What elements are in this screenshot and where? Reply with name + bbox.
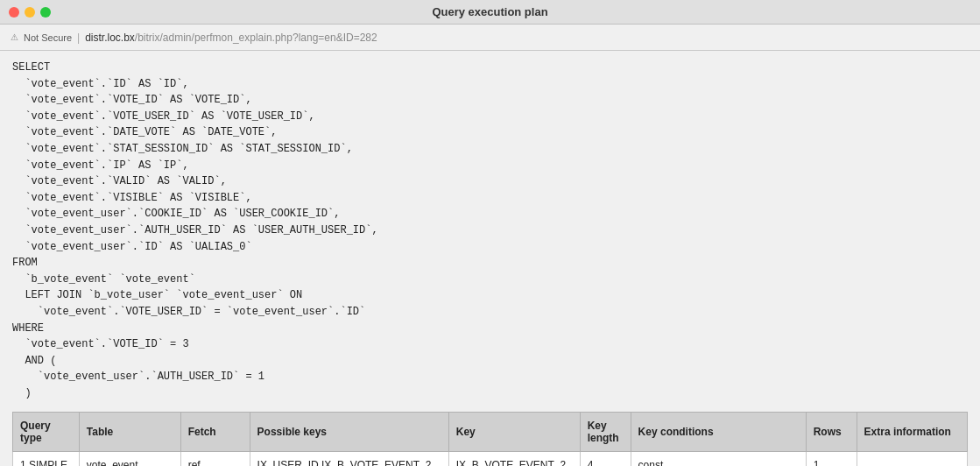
cell-extraInfo: [857, 452, 967, 466]
header-possible-keys: Possible keys: [250, 413, 448, 452]
header-rows: Rows: [806, 413, 857, 452]
address-bar: ⚠ Not Secure | distr.loc.bx/bitrix/admin…: [0, 25, 980, 51]
header-fetch: Fetch: [180, 413, 250, 452]
cell-key: IX_B_VOTE_EVENT_2: [448, 452, 580, 466]
security-label: Not Secure: [24, 32, 72, 43]
sql-query: SELECT `vote_event`.`ID` AS `ID`, `vote_…: [12, 60, 968, 401]
cell-keyConditions: const: [631, 452, 806, 466]
url-path: /bitrix/admin/perfmon_explain.php?lang=e…: [135, 32, 377, 44]
header-key: Key: [448, 413, 580, 452]
cell-keyLength: 4: [580, 452, 631, 466]
url-display[interactable]: distr.loc.bx/bitrix/admin/perfmon_explai…: [85, 32, 377, 44]
table-row: 1 SIMPLEvote_eventrefIX_USER_ID,IX_B_VOT…: [13, 452, 968, 466]
cell-table: vote_event: [79, 452, 180, 466]
minimize-button[interactable]: [25, 7, 35, 18]
warning-icon: ⚠: [11, 32, 18, 42]
header-table: Table: [79, 413, 180, 452]
explain-table: Query type Table Fetch Possible keys Key…: [12, 412, 968, 466]
window-controls: [9, 7, 51, 18]
close-button[interactable]: [9, 7, 19, 18]
cell-rows: 1: [806, 452, 857, 466]
cell-possibleKeys: IX_USER_ID,IX_B_VOTE_EVENT_2: [250, 452, 448, 466]
separator: |: [77, 32, 80, 44]
window-title: Query execution plan: [432, 5, 547, 18]
table-header-row: Query type Table Fetch Possible keys Key…: [13, 413, 968, 452]
header-key-length: Key length: [580, 413, 631, 452]
header-key-conditions: Key conditions: [631, 413, 806, 452]
cell-queryType: 1 SIMPLE: [13, 452, 80, 466]
cell-fetch: ref: [180, 452, 250, 466]
maximize-button[interactable]: [40, 7, 51, 18]
main-content: SELECT `vote_event`.`ID` AS `ID`, `vote_…: [0, 51, 980, 466]
header-extra-info: Extra information: [857, 413, 967, 452]
url-base: distr.loc.bx: [85, 32, 135, 44]
header-query-type: Query type: [13, 413, 80, 452]
title-bar: Query execution plan: [0, 0, 980, 25]
